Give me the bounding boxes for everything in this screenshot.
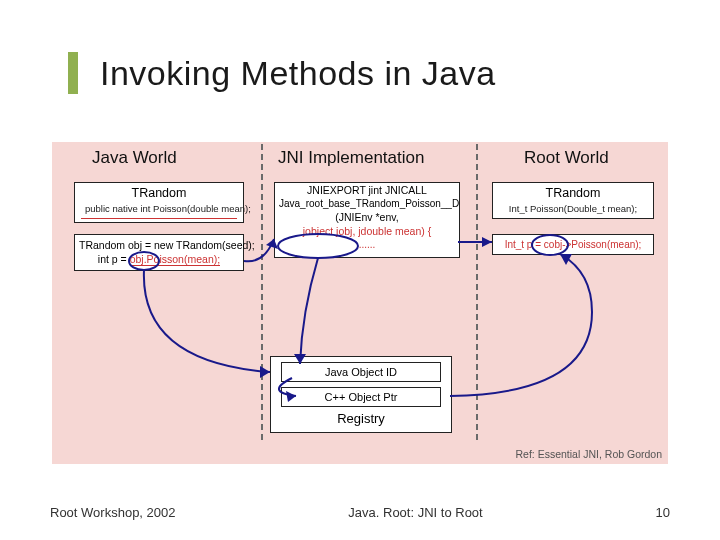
slide-footer: Root Workshop, 2002 Java. Root: JNI to R…: [0, 505, 720, 520]
registry-java-id: Java Object ID: [281, 362, 441, 382]
jni-line2: Java_root_base_TRandom_Poisson__D: [275, 197, 459, 210]
registry-label: Registry: [271, 407, 451, 426]
jni-line4: jobject jobj, jdouble mean) {: [275, 224, 459, 238]
root-call-line: Int_t p = cobj->Poisson(mean);: [493, 239, 653, 250]
java-class-name: TRandom: [75, 183, 243, 202]
footer-left: Root Workshop, 2002: [50, 505, 176, 520]
slide-title-wrap: Invoking Methods in Java: [68, 52, 496, 94]
column-divider-2: [476, 144, 478, 440]
java-call-line: int p = obj.Poisson(mean);: [75, 252, 243, 266]
diagram-canvas: Java World JNI Implementation Root World…: [52, 142, 668, 464]
slide-title: Invoking Methods in Java: [100, 54, 496, 93]
root-class-name: TRandom: [493, 183, 653, 202]
column-header-jni: JNI Implementation: [278, 148, 424, 168]
jni-line3: (JNIEnv *env,: [275, 210, 459, 224]
jni-impl-box: JNIEXPORT jint JNICALL Java_root_base_TR…: [274, 182, 460, 258]
java-call-expr: obj.Poisson(mean);: [130, 253, 220, 266]
root-class-box: TRandom Int_t Poisson(Double_t mean);: [492, 182, 654, 219]
column-divider-1: [261, 144, 263, 440]
root-class-sig: Int_t Poisson(Double_t mean);: [493, 202, 653, 218]
footer-center: Java. Root: JNI to Root: [348, 505, 482, 520]
title-accent-icon: [68, 52, 78, 94]
svg-marker-4: [482, 237, 492, 247]
footer-right: 10: [656, 505, 670, 520]
java-call-prefix: int p =: [98, 253, 130, 265]
registry-cpp-ptr: C++ Object Ptr: [281, 387, 441, 407]
jni-line1: JNIEXPORT jint JNICALL: [275, 183, 459, 197]
jni-dots: ......: [275, 238, 459, 251]
registry-box: Java Object ID C++ Object Ptr Registry: [270, 356, 452, 433]
svg-marker-7: [560, 254, 572, 265]
column-header-java: Java World: [92, 148, 177, 168]
column-header-root: Root World: [524, 148, 609, 168]
java-ctor-line: TRandom obj = new TRandom(seed);: [75, 238, 243, 252]
java-call-box: TRandom obj = new TRandom(seed); int p =…: [74, 234, 244, 271]
java-class-sig: public native int Poisson(double mean);: [81, 202, 237, 219]
citation-text: Ref: Essential JNI, Rob Gordon: [516, 448, 662, 460]
root-call-box: Int_t p = cobj->Poisson(mean);: [492, 234, 654, 255]
java-class-box: TRandom public native int Poisson(double…: [74, 182, 244, 223]
